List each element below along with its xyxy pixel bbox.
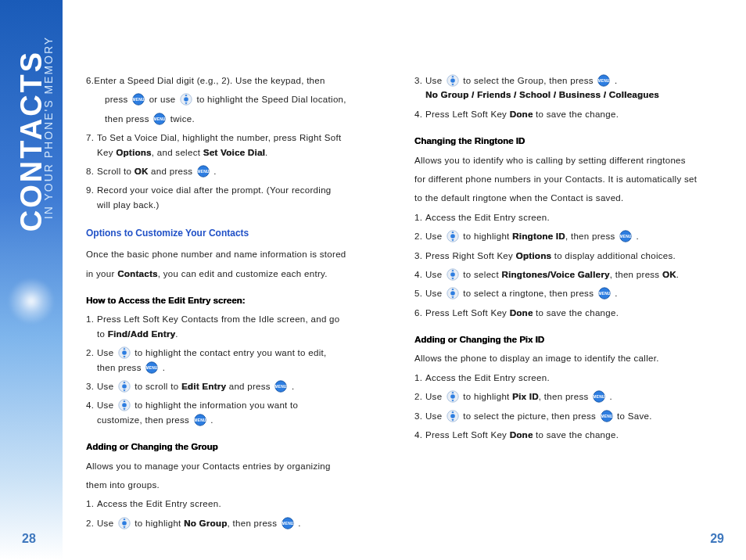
menu-ok-icon — [598, 287, 611, 300]
group-p2: them into groups. — [86, 478, 352, 492]
nav-arrows-icon — [118, 399, 131, 411]
sidebar-subtitle: IN YOUR PHONE'S MEMORY — [42, 36, 55, 219]
step-6-line1: 6.Enter a Speed Dial digit (e.g., 2). Us… — [86, 74, 352, 88]
pix-p: Allows the phone to display an image to … — [414, 351, 704, 365]
ring-step-5: 5. Use to select a ringtone, then press … — [414, 286, 704, 300]
pix-step-1: 1.Access the Edit Entry screen. — [414, 371, 704, 385]
menu-ok-icon — [593, 390, 605, 403]
menu-ok-icon — [282, 517, 294, 529]
nav-arrows-icon — [447, 287, 459, 300]
nav-arrows-icon — [180, 93, 192, 106]
edit-step-4: 4. Use to highlight the information you … — [86, 398, 352, 427]
ring-step-3: 3. Press Right Soft Key Options to displ… — [414, 249, 704, 263]
nav-arrows-icon — [447, 390, 459, 403]
menu-ok-icon — [194, 414, 206, 426]
step-8: 8. Scroll to OK and press . — [86, 164, 352, 178]
menu-ok-icon — [601, 410, 613, 422]
subhead-access-edit: How to Access the Edit Entry screen: — [86, 293, 352, 307]
step-9: 9. Record your voice dial after the prom… — [86, 183, 352, 212]
menu-ok-icon — [619, 230, 632, 242]
menu-ok-icon — [274, 380, 287, 393]
page-number-left: 28 — [22, 532, 36, 546]
subhead-change-group: Adding or Changing the Group — [86, 440, 352, 454]
menu-ok-icon — [597, 74, 610, 87]
subhead-ringtone-id: Changing the Ringtone ID — [414, 134, 704, 148]
group-step-3: 3. Use to select the Group, then press .… — [414, 74, 704, 102]
section-options-customize: Options to Customize Your Contacts — [86, 226, 352, 241]
group-step-2: 2. Use to highlight No Group, then press… — [86, 516, 352, 530]
nav-arrows-icon — [118, 346, 131, 359]
page-number-right: 29 — [710, 532, 724, 546]
nav-arrows-icon — [447, 410, 459, 422]
menu-ok-icon — [145, 361, 158, 374]
pix-step-3: 3. Use to select the picture, then press… — [414, 409, 704, 423]
nav-arrows-icon — [447, 268, 459, 281]
nav-arrows-icon — [118, 517, 131, 529]
ring-step-2: 2. Use to highlight Ringtone ID, then pr… — [414, 229, 704, 243]
ringtone-p2: for different phone numbers in your Cont… — [414, 172, 704, 186]
pix-step-4: 4. Press Left Soft Key Done to save the … — [414, 428, 704, 442]
group-step-4: 4. Press Left Soft Key Done to save the … — [414, 107, 704, 121]
pix-step-2: 2. Use to highlight Pix ID, then press . — [414, 389, 704, 404]
nav-arrows-icon — [447, 74, 459, 87]
nav-arrows-icon — [118, 380, 131, 393]
nav-arrows-icon — [447, 230, 459, 242]
page-right: 3. Use to select the Group, then press .… — [399, 0, 727, 560]
ringtone-p3: to the default ringtone when the Contact… — [414, 191, 704, 205]
step-6-line3: then press twice. — [86, 112, 352, 126]
ring-step-1: 1.Access the Edit Entry screen. — [414, 210, 704, 224]
edit-step-2: 2. Use to highlight the contact entry yo… — [86, 346, 352, 375]
ring-step-6: 6. Press Left Soft Key Done to save the … — [414, 306, 704, 320]
menu-ok-icon — [197, 165, 210, 178]
step-7: 7. To Set a Voice Dial, highlight the nu… — [86, 131, 352, 160]
ring-step-4: 4. Use to select Ringtones/Voice Gallery… — [414, 267, 704, 282]
ringtone-p1: Allows you to identify who is calling by… — [414, 153, 704, 167]
group-step-1: 1. Access the Edit Entry screen. — [86, 497, 352, 511]
menu-ok-icon — [153, 113, 166, 125]
subhead-pix-id: Adding or Changing the Pix ID — [414, 332, 704, 346]
menu-ok-icon — [132, 93, 145, 106]
sidebar-banner: CONTACTS IN YOUR PHONE'S MEMORY — [0, 0, 63, 560]
group-p1: Allows you to manage your Contacts entri… — [86, 459, 352, 473]
edit-step-3: 3. Use to scroll to Edit Entry and press… — [86, 379, 352, 393]
page-left: 6.Enter a Speed Dial digit (e.g., 2). Us… — [63, 0, 375, 560]
edit-step-1: 1. Press Left Soft Key Contacts from the… — [86, 312, 352, 341]
step-6-line2: press or use to highlight the Speed Dial… — [86, 92, 352, 106]
sec1-p2: in your Contacts, you can edit and custo… — [86, 267, 352, 281]
sec1-p1: Once the basic phone number and name inf… — [86, 247, 352, 261]
